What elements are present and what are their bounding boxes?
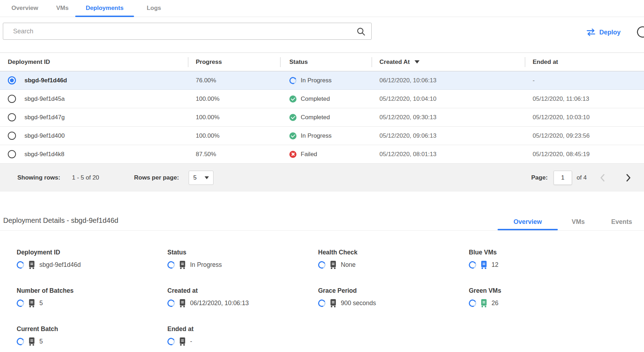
status-icon [289,132,296,139]
progress-cell: 100.00% [188,95,280,103]
table-header-row: Deployment ID Progress Status Created At… [0,53,644,71]
table-row[interactable]: sbgd-9ef1d400 100.00% In Progress 05/12/… [0,127,644,145]
table-row[interactable]: sbgd-9ef1d47g 100.00% Completed 05/12/20… [0,108,644,127]
table-row[interactable]: sbgd-9ef1d45a 100.00% Completed 05/12/20… [0,90,644,108]
progress-cell: 100.00% [188,114,280,121]
in-progress-spinner-icon [317,260,327,270]
detail-field: Status In Progress [167,248,318,287]
table-row[interactable]: sbgd-9ef1d4k8 87.50% Failed 05/12/2020, … [0,145,644,164]
created-at-cell: 05/12/2020, 09:30:13 [372,114,525,121]
detail-field-value: In Progress [190,260,222,269]
row-radio-button[interactable] [8,95,16,103]
rows-per-page-label: Rows per page: [134,174,179,181]
detail-field-value-row: In Progress [167,260,318,269]
detail-field: Current Batch 5 [17,325,167,352]
vm-icon [330,299,337,307]
ended-at-cell: 05/12/2020, 09:23:56 [525,132,644,139]
table-footer: Showing rows: 1 - 5 of 20 Rows per page:… [0,164,644,192]
in-progress-spinner-icon [166,337,176,346]
status-cell: Failed [301,151,317,158]
row-radio-button[interactable] [8,76,16,84]
row-radio-button[interactable] [8,132,16,140]
detail-field: Number of Batches 5 [17,287,167,325]
details-tab-vms[interactable]: VMs [558,215,599,230]
detail-field-value-row: 900 seconds [318,298,469,308]
deployment-id-cell: sbgd-9ef1d400 [24,132,65,139]
vm-icon [179,337,186,346]
search-box [3,23,372,40]
tab-vms[interactable]: VMs [50,0,75,17]
created-at-cell: 05/12/2020, 10:04:10 [372,95,525,103]
detail-field-label: Blue VMs [469,248,640,256]
tab-deployments[interactable]: Deployments [75,0,134,17]
detail-field-label: Status [167,248,318,256]
deploy-button[interactable]: Deploy [586,26,621,38]
column-header-deployment-id[interactable]: Deployment ID [0,59,188,66]
detail-field: Health Check None [318,248,469,287]
detail-field-value: 12 [492,260,498,269]
column-header-status[interactable]: Status [280,59,372,66]
search-input[interactable] [3,23,371,39]
detail-field-value-row: 5 [17,337,167,346]
details-tab-overview[interactable]: Overview [498,215,558,230]
detail-field: Green VMs 26 [469,287,640,325]
details-tab-events[interactable]: Events [599,215,644,230]
page-label: Page: [531,174,548,181]
detail-field: Created at 06/12/2020, 10:06:13 [167,287,318,325]
detail-field: Ended at - [167,325,318,352]
status-cell: Completed [301,114,330,121]
blue-vm-icon [481,261,487,269]
ended-at-cell: - [525,77,644,84]
detail-field-value-row: sbgd-9ef1d46d [17,260,167,269]
previous-page-chevron-icon[interactable] [600,174,605,182]
vm-icon [179,299,186,307]
status-icon [289,114,296,121]
detail-field-value-row: - [167,337,318,346]
detail-field-value: None [341,260,356,269]
in-progress-spinner-icon [166,260,176,270]
vm-icon [330,261,337,269]
in-progress-spinner-icon [16,260,25,270]
in-progress-spinner-icon [317,298,327,308]
page-number-input[interactable] [554,171,572,185]
tab-logs[interactable]: Logs [134,0,174,17]
in-progress-spinner-icon [468,298,477,308]
detail-field-label: Deployment ID [17,248,167,256]
progress-cell: 100.00% [188,132,280,139]
status-icon [289,95,296,103]
deployment-details-title: Deployment Details - sbgd-9ef1d46d [3,216,118,225]
ended-at-cell: 05/12/2020, 08:45:19 [525,151,644,158]
showing-rows-label: Showing rows: [17,174,60,181]
status-cell: In Progress [301,132,332,139]
column-header-progress[interactable]: Progress [188,59,280,66]
column-header-ended-at[interactable]: Ended at [525,59,644,66]
vm-icon [28,261,35,269]
column-header-created-at[interactable]: Created At [372,59,525,66]
green-vm-icon [481,299,487,307]
rows-per-page-select[interactable]: 5 [189,171,213,185]
row-radio-button[interactable] [8,113,16,121]
detail-field-value-row: 12 [469,260,640,269]
main-tabbar: Overview VMs Deployments Logs [0,0,644,17]
detail-field-label: Health Check [318,248,469,256]
detail-field: Blue VMs 12 [469,248,640,287]
table-row[interactable]: sbgd-9ef1d46d 76.00% In Progress 06/12/2… [0,71,644,90]
tab-overview[interactable]: Overview [0,0,50,17]
deployments-table: Deployment ID Progress Status Created At… [0,53,644,192]
search-icon[interactable] [356,27,366,36]
detail-field-label: Ended at [167,325,318,333]
refresh-icon[interactable] [636,26,644,38]
row-radio-button[interactable] [8,150,16,158]
detail-field-label: Current Batch [17,325,167,333]
detail-field-label: Created at [167,287,318,295]
deployment-id-cell: sbgd-9ef1d45a [24,95,65,103]
detail-field-value: 06/12/2020, 10:06:13 [190,298,249,308]
in-progress-spinner-icon [468,260,477,270]
deployment-id-cell: sbgd-9ef1d4k8 [24,151,64,158]
created-at-cell: 06/12/2020, 10:06:13 [372,77,525,84]
details-divider [0,230,644,231]
detail-field-value-row: 5 [17,298,167,308]
next-page-chevron-icon[interactable] [626,174,631,182]
deploy-swap-arrows-icon [586,28,596,36]
created-at-cell: 05/12/2020, 08:01:13 [372,151,525,158]
